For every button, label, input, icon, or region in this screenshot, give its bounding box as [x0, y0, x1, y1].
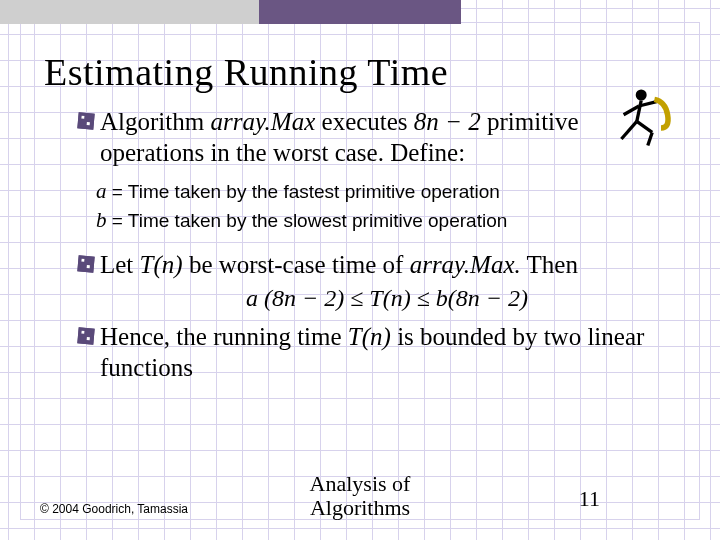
var-b: b [436, 285, 448, 311]
algorithm-name: array.Max [210, 108, 315, 135]
page-number: 11 [579, 486, 600, 512]
bullet-1: Algorithm array.Max executes 8n − 2 prim… [100, 106, 674, 169]
tn: T(n) [369, 285, 410, 311]
bullet-3: Hence, the running time T(n) is bounded … [100, 321, 674, 384]
bullet-2: Let T(n) be worst-case time of array.Max… [100, 249, 674, 312]
inequality: a (8n − 2) ≤ T(n) ≤ b(8n − 2) [100, 283, 674, 313]
text: Then [521, 251, 578, 278]
text: executes [315, 108, 414, 135]
bullet-list-cont: Let T(n) be worst-case time of array.Max… [60, 249, 674, 383]
band-purple [259, 0, 461, 24]
text: be worst-case time of [183, 251, 410, 278]
footer-title: Analysis of Algorithms [310, 472, 411, 520]
text: = Time taken by the fastest primitive op… [107, 181, 500, 202]
band-gray [0, 0, 259, 24]
text: Let [100, 251, 140, 278]
footer: © 2004 Goodrich, Tamassia Analysis of Al… [0, 474, 720, 518]
def-b: b = Time taken by the slowest primitive … [96, 206, 664, 235]
slide: Estimating Running Time Algorithm array.… [0, 0, 720, 540]
math: ≤ [411, 285, 436, 311]
header-band [0, 0, 720, 24]
sub-definitions: a = Time taken by the fastest primitive … [96, 177, 664, 236]
tn: T(n) [348, 323, 391, 350]
var-a: a [246, 285, 258, 311]
bullet-list: Algorithm array.Max executes 8n − 2 prim… [60, 106, 674, 169]
var-a: a [96, 179, 107, 203]
copyright: © 2004 Goodrich, Tamassia [40, 502, 188, 516]
text: = Time taken by the slowest primitive op… [107, 210, 508, 231]
def-a: a = Time taken by the fastest primitive … [96, 177, 664, 206]
algorithm-name: array.Max. [410, 251, 521, 278]
text: Hence, the running time [100, 323, 348, 350]
math-expr: 8n − 2 [414, 108, 481, 135]
var-b: b [96, 208, 107, 232]
text: Algorithm [100, 108, 210, 135]
math: (8n − 2) ≤ [258, 285, 369, 311]
svg-point-0 [636, 90, 647, 101]
footer-title-l2: Algorithms [310, 496, 411, 520]
content: Estimating Running Time Algorithm array.… [0, 24, 720, 540]
math: (8n − 2) [448, 285, 528, 311]
tn: T(n) [140, 251, 183, 278]
footer-title-l1: Analysis of [310, 472, 411, 496]
